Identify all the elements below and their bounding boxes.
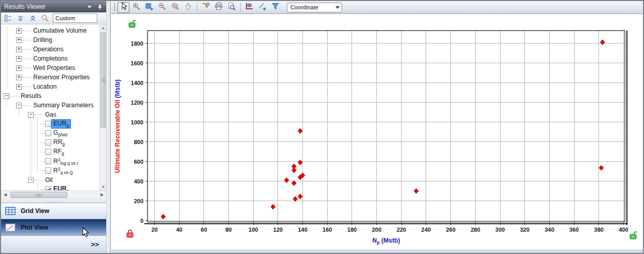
- tree-horizontal-scrollbar[interactable]: ◀ ▶: [1, 190, 106, 199]
- tree-item-cumulative-volume[interactable]: +Cumulative Volume: [1, 26, 106, 35]
- pan-button[interactable]: [182, 2, 194, 13]
- checkbox-unchecked[interactable]: [45, 158, 51, 164]
- expand-icon[interactable]: +: [16, 28, 22, 34]
- add-line-button[interactable]: [256, 2, 268, 13]
- x-tick-label: 300: [495, 227, 505, 233]
- collapse-icon[interactable]: −: [28, 112, 34, 118]
- checkbox-unchecked[interactable]: [45, 149, 51, 155]
- checkbox-unchecked[interactable]: [45, 139, 51, 146]
- scatter-icon: [5, 223, 16, 232]
- expand-icon[interactable]: +: [16, 56, 22, 62]
- plot-frame: [148, 31, 625, 222]
- y-axis-title: Ultimate Recoverable Oil (Mstb): [114, 79, 121, 173]
- track-point-button[interactable]: [200, 2, 212, 13]
- tree-item-drilling[interactable]: +Drilling: [1, 35, 106, 45]
- expand-icon[interactable]: +: [16, 75, 22, 80]
- plot-pane: Coordinate 20406080100120140160180200220…: [107, 1, 643, 253]
- expand-all-icon[interactable]: [28, 13, 37, 23]
- hscroll-thumb[interactable]: [10, 192, 67, 198]
- checkbox-unchecked[interactable]: [45, 130, 51, 136]
- data-point[interactable]: [600, 40, 605, 45]
- y-top-axis-lock-icon[interactable]: [129, 20, 136, 27]
- zoom-out-button[interactable]: [156, 2, 168, 13]
- tree-item-rrg[interactable]: RRg: [1, 138, 106, 147]
- mode-dropdown[interactable]: Coordinate: [287, 3, 342, 12]
- tree-item-rfg[interactable]: RFg: [1, 147, 106, 157]
- tree-item-results[interactable]: −Results: [1, 91, 106, 101]
- x-tick-label: 20: [151, 227, 157, 233]
- zoom-previous-button[interactable]: [169, 2, 181, 13]
- tree-item-oil[interactable]: −Oil: [1, 175, 106, 185]
- expand-icon[interactable]: +: [16, 47, 22, 52]
- checkbox-unchecked[interactable]: [45, 167, 51, 174]
- panel-resize-splitter[interactable]: [107, 1, 111, 253]
- plot-view-button[interactable]: Plot View: [1, 219, 106, 235]
- panel-splitter[interactable]: .........: [1, 199, 106, 203]
- collapse-icon[interactable]: −: [4, 93, 9, 99]
- x-tick-label: 260: [446, 227, 455, 233]
- data-point[interactable]: [284, 178, 289, 183]
- tree-guide-line: [37, 183, 38, 189]
- data-point[interactable]: [271, 204, 275, 209]
- data-point[interactable]: [291, 164, 296, 169]
- x-tick-label: 60: [201, 227, 207, 233]
- tree-item-eurg[interactable]: EURg: [1, 119, 106, 129]
- y-tick-label: 1600: [131, 60, 143, 66]
- panel-title: Results Viewer: [4, 3, 82, 10]
- add-line-icon: [258, 2, 267, 13]
- scroll-up-icon[interactable]: ▲: [100, 24, 106, 31]
- tree-item-operations[interactable]: +Operations: [1, 45, 106, 54]
- pin-icon[interactable]: [97, 4, 103, 10]
- data-point[interactable]: [298, 129, 302, 134]
- tree-item-gpnet[interactable]: GpNet: [1, 129, 106, 138]
- zoom-in-button[interactable]: [130, 2, 142, 13]
- more-views-button[interactable]: >>: [91, 241, 99, 248]
- y-tick-label: 400: [134, 178, 143, 185]
- x-right-axis-lock-icon[interactable]: [630, 232, 637, 239]
- scroll-right-icon[interactable]: ▶: [98, 191, 106, 199]
- scroll-down-icon[interactable]: ▼: [100, 184, 106, 190]
- chevron-down-icon[interactable]: [86, 4, 93, 10]
- y-tick-label: 200: [134, 198, 143, 204]
- tree-item-label: Drilling: [32, 36, 54, 44]
- panel-titlebar: Results Viewer: [1, 1, 106, 12]
- data-point[interactable]: [161, 214, 166, 219]
- axis-properties-button[interactable]: [243, 2, 255, 13]
- tree-item-location[interactable]: +Location: [1, 82, 106, 91]
- data-point[interactable]: [298, 160, 302, 165]
- tree-item-gas[interactable]: −Gas: [1, 110, 106, 119]
- tree-item-well-properties[interactable]: +Well Properties: [1, 63, 106, 73]
- y-bottom-axis-lock-icon[interactable]: [127, 230, 133, 237]
- zoom-previous-icon: [171, 2, 180, 13]
- expand-icon[interactable]: +: [16, 84, 22, 90]
- tree-vertical-scrollbar[interactable]: ▲▼: [99, 24, 106, 190]
- grid-view-button[interactable]: Grid View: [1, 203, 106, 219]
- tree-item-summary-parameters[interactable]: −Summary Parameters: [1, 101, 106, 110]
- print-preview-button[interactable]: [226, 2, 238, 13]
- expand-icon[interactable]: +: [16, 65, 22, 71]
- tree-item-reservoir-properties[interactable]: +Reservoir Properties: [1, 73, 106, 82]
- tree-item-rlog-q-vs-t[interactable]: R2log q vs t: [1, 157, 106, 166]
- tree-item-euro[interactable]: EURo: [1, 185, 106, 190]
- expand-icon[interactable]: +: [16, 37, 22, 43]
- data-point[interactable]: [414, 189, 418, 194]
- tree-item-completions[interactable]: +Completions: [1, 54, 106, 63]
- checkbox-checked[interactable]: [45, 186, 51, 190]
- tree-item-rq-vs-q[interactable]: R2q vs Q: [1, 166, 106, 175]
- scroll-left-icon[interactable]: ◀: [1, 191, 9, 199]
- vscroll-thumb[interactable]: [100, 32, 106, 128]
- toolbar-grip[interactable]: [114, 3, 115, 11]
- select-button[interactable]: [118, 2, 129, 13]
- search-icon[interactable]: [40, 13, 50, 23]
- checkbox-unchecked[interactable]: [45, 121, 51, 127]
- data-point[interactable]: [298, 194, 302, 199]
- outline-fields-icon[interactable]: [3, 13, 12, 23]
- print-button[interactable]: [213, 2, 225, 13]
- data-point[interactable]: [599, 165, 604, 171]
- collapse-icon[interactable]: −: [16, 103, 22, 108]
- tree-item-label: EURg: [52, 120, 70, 128]
- filter-button[interactable]: [269, 2, 281, 13]
- filter-input[interactable]: [53, 13, 97, 23]
- collapse-all-icon[interactable]: [16, 13, 25, 23]
- zoom-window-button[interactable]: [143, 2, 155, 13]
